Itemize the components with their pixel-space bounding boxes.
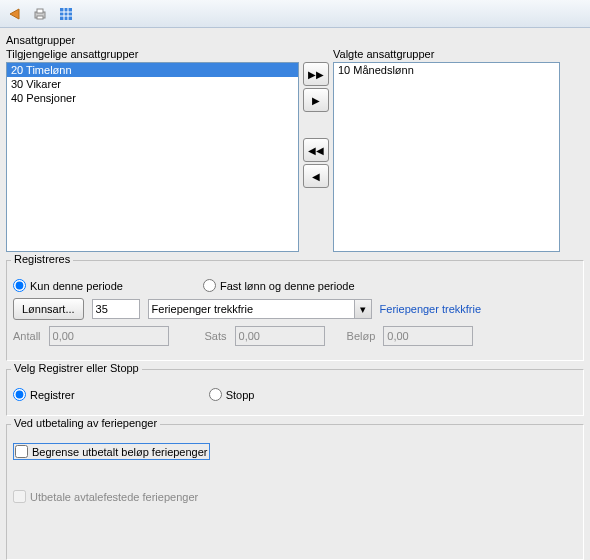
radio-register-input[interactable]	[13, 388, 26, 401]
available-label: Tilgjengelige ansattgrupper	[6, 48, 299, 60]
lonnsart-code-input[interactable]	[92, 299, 140, 319]
available-listbox[interactable]: 20 Timelønn 30 Vikarer 40 Pensjoner	[6, 62, 299, 252]
list-item[interactable]: 40 Pensjoner	[7, 91, 298, 105]
move-all-left-button[interactable]: ◀◀	[303, 138, 329, 162]
toolbar	[0, 0, 590, 28]
svg-rect-1	[37, 9, 43, 13]
feriepenger-link[interactable]: Feriepenger trekkfrie	[380, 303, 482, 315]
register-fieldset: Registreres Kun denne periode Fast lønn …	[6, 260, 584, 361]
selected-listbox[interactable]: 10 Månedslønn	[333, 62, 560, 252]
limit-checkbox[interactable]: Begrense utbetalt beløp feriepenger	[15, 445, 208, 458]
svg-rect-3	[60, 8, 72, 20]
contractual-checkbox-label: Utbetale avtalefestede feriepenger	[30, 491, 198, 503]
radio-stop-input[interactable]	[209, 388, 222, 401]
move-left-button[interactable]: ◀	[303, 164, 329, 188]
grid-icon[interactable]	[58, 6, 74, 22]
move-right-button[interactable]: ▶	[303, 88, 329, 112]
sats-label: Sats	[205, 330, 227, 342]
limit-checkbox-input[interactable]	[15, 445, 28, 458]
antall-label: Antall	[13, 330, 41, 342]
radio-stop-label: Stopp	[226, 389, 255, 401]
radio-register-label: Registrer	[30, 389, 75, 401]
lonnsart-combo-input[interactable]	[148, 299, 354, 319]
selected-label: Valgte ansattgrupper	[333, 48, 560, 60]
antall-input	[49, 326, 169, 346]
radio-stop[interactable]: Stopp	[209, 388, 255, 401]
groups-title: Ansattgrupper	[6, 32, 584, 48]
limit-checkbox-label: Begrense utbetalt beløp feriepenger	[32, 446, 208, 458]
dual-listbox: Tilgjengelige ansattgrupper 20 Timelønn …	[6, 48, 584, 252]
back-arrow-icon[interactable]	[6, 6, 22, 22]
radio-fixed-input[interactable]	[203, 279, 216, 292]
chevron-down-icon[interactable]: ▾	[354, 299, 372, 319]
action-title: Velg Registrer eller Stopp	[11, 362, 142, 374]
list-item[interactable]: 30 Vikarer	[7, 77, 298, 91]
radio-fixed[interactable]: Fast lønn og denne periode	[203, 279, 355, 292]
sats-input	[235, 326, 325, 346]
register-title: Registreres	[11, 253, 73, 265]
belop-input	[383, 326, 473, 346]
action-fieldset: Velg Registrer eller Stopp Registrer Sto…	[6, 369, 584, 416]
lonnsart-combo[interactable]: ▾	[148, 299, 372, 319]
list-item[interactable]: 10 Månedslønn	[334, 63, 559, 77]
contractual-checkbox-input	[13, 490, 26, 503]
svg-rect-2	[37, 16, 43, 19]
lonnsart-button[interactable]: Lønnsart...	[13, 298, 84, 320]
radio-fixed-label: Fast lønn og denne periode	[220, 280, 355, 292]
contractual-checkbox: Utbetale avtalefestede feriepenger	[13, 490, 198, 503]
move-all-right-button[interactable]: ▶▶	[303, 62, 329, 86]
belop-label: Beløp	[347, 330, 376, 342]
payout-fieldset: Ved utbetaling av feriepenger Begrense u…	[6, 424, 584, 560]
print-icon[interactable]	[32, 6, 48, 22]
list-item[interactable]: 20 Timelønn	[7, 63, 298, 77]
radio-this-period-label: Kun denne periode	[30, 280, 123, 292]
radio-register[interactable]: Registrer	[13, 388, 75, 401]
payout-title: Ved utbetaling av feriepenger	[11, 417, 160, 429]
radio-this-period[interactable]: Kun denne periode	[13, 279, 123, 292]
radio-this-period-input[interactable]	[13, 279, 26, 292]
